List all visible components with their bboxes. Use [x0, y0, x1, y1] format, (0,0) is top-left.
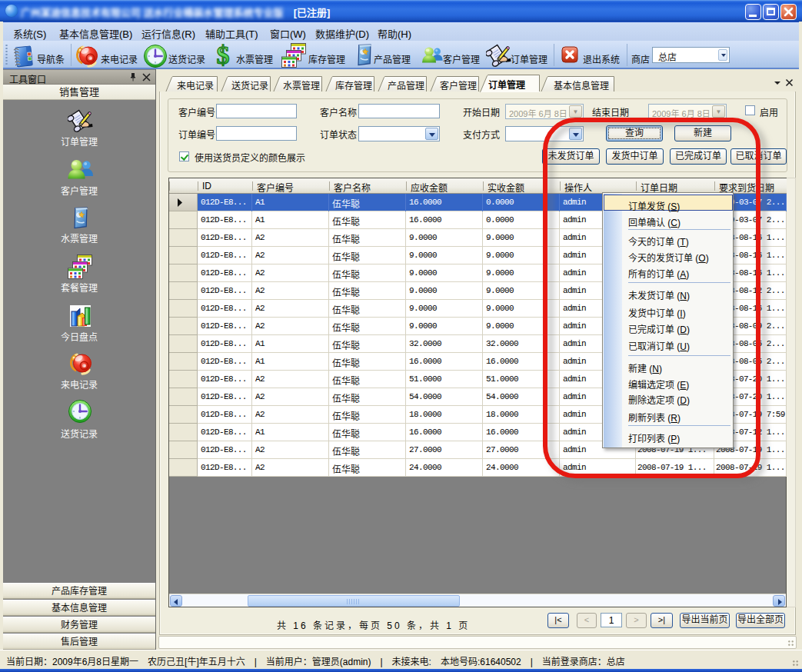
- svg-text:$: $: [217, 42, 230, 68]
